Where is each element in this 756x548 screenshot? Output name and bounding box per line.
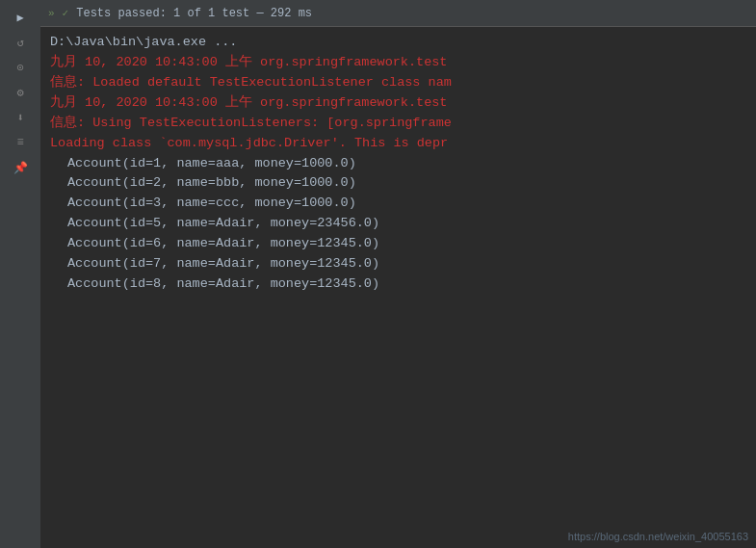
rerun-icon[interactable]: ↺ — [11, 33, 30, 52]
console-line-11: Account(id=7, name=Adair, money=12345.0) — [48, 254, 756, 274]
left-gutter: ▶ ↺ ⊙ ⚙ ⬇ ≡ 📌 — [0, 0, 40, 548]
settings-icon[interactable]: ⚙ — [11, 83, 30, 102]
check-icon: ✓ — [63, 7, 69, 19]
main-content: » ✓ Tests passed: 1 of 1 test — 292 ms D… — [40, 0, 756, 548]
console-line-3: 九月 10, 2020 10:43:00 上午 org.springframew… — [48, 93, 756, 114]
console-line-8: Account(id=3, name=ccc, money=1000.0) — [48, 194, 756, 214]
console-line-10: Account(id=6, name=Adair, money=12345.0) — [48, 234, 756, 254]
console-line-4: 信息: Using TestExecutionListeners: [org.s… — [48, 114, 756, 134]
top-bar: » ✓ Tests passed: 1 of 1 test — 292 ms — [40, 0, 756, 27]
test-result-label: Tests passed: 1 of 1 test — 292 ms — [76, 7, 312, 20]
console-line-9: Account(id=5, name=Adair, money=23456.0) — [48, 214, 756, 234]
camera-icon[interactable]: ⊙ — [11, 58, 30, 77]
console-output[interactable]: D:\Java\bin\java.exe ... 九月 10, 2020 10:… — [40, 27, 756, 548]
console-line-2: 信息: Loaded default TestExecutionListener… — [48, 73, 756, 93]
import-icon[interactable]: ⬇ — [11, 108, 30, 127]
double-arrow-icon: » — [48, 8, 55, 19]
run-icon[interactable]: ▶ — [11, 8, 30, 27]
console-line-1: 九月 10, 2020 10:43:00 上午 org.springframew… — [48, 53, 756, 73]
watermark: https://blog.csdn.net/weixin_40055163 — [568, 531, 748, 542]
console-line-0: D:\Java\bin\java.exe ... — [48, 33, 756, 53]
menu-icon[interactable]: ≡ — [11, 133, 30, 152]
console-line-12: Account(id=8, name=Adair, money=12345.0) — [48, 274, 756, 295]
console-line-7: Account(id=2, name=bbb, money=1000.0) — [48, 173, 756, 194]
pin-icon[interactable]: 📌 — [11, 158, 30, 177]
console-line-5: Loading class `com.mysql.jdbc.Driver'. T… — [48, 134, 756, 154]
console-line-6: Account(id=1, name=aaa, money=1000.0) — [48, 154, 756, 174]
